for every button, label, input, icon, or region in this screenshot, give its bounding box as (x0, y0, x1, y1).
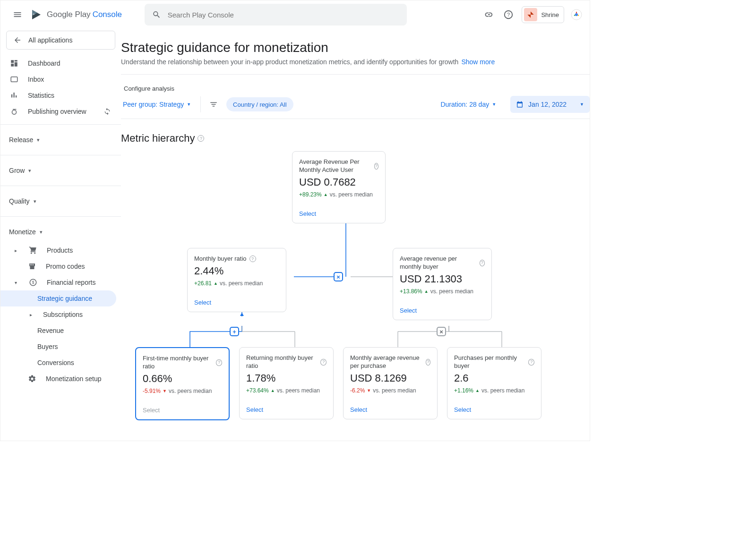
help-tooltip-icon[interactable]: ? (374, 163, 378, 170)
metric-value: 0.66% (143, 373, 222, 385)
top-right-controls: ? Shrine (482, 6, 582, 23)
page-title: Strategic guidance for monetization (121, 34, 590, 58)
page-subtitle: Understand the relationship between your… (121, 58, 458, 66)
help-tooltip-icon[interactable]: ? (249, 255, 256, 262)
filter-icon[interactable] (208, 99, 219, 110)
metric-hierarchy-canvas: Average Revenue Per Monthly Active User … (121, 146, 590, 416)
arrow-left-icon (13, 36, 22, 44)
svg-point-3 (575, 13, 578, 16)
shrine-app-icon (524, 8, 537, 21)
trend-down-icon: ▼ (367, 388, 371, 393)
trend-up-icon: ▲ (214, 281, 218, 286)
metric-value: USD 21.1303 (400, 273, 485, 285)
app-name: Shrine (541, 11, 559, 18)
back-all-applications[interactable]: All applications (6, 31, 115, 50)
sync-icon[interactable] (102, 106, 112, 117)
sidebar-item-products[interactable]: ▸ Products (0, 242, 121, 258)
calendar-icon (516, 101, 524, 108)
svg-text:?: ? (507, 12, 510, 17)
sidebar-item-promo[interactable]: Promo codes (0, 258, 121, 274)
select-button[interactable]: Select (350, 406, 430, 413)
metric-hierarchy-title: Metric hierarchy ? (121, 119, 590, 146)
metric-value: 1.78% (246, 372, 326, 384)
help-icon[interactable]: ? (502, 8, 515, 21)
metric-card-arpmb: Average revenue per monthly buyer ? USD … (393, 248, 492, 320)
sidebar-group-grow[interactable]: Grow▾ (0, 160, 121, 181)
metric-value: USD 8.1269 (350, 372, 430, 384)
sidebar-item-statistics[interactable]: Statistics (0, 87, 121, 103)
sidebar-item-publishing[interactable]: Publishing overview (0, 103, 121, 119)
configure-analysis-row: Peer group: Strategy ▼ Country / region:… (121, 96, 590, 119)
duration-dropdown[interactable]: Duration: 28 day ▼ (440, 101, 496, 108)
metric-card-marpp: Monthly average revenue per purchase ? U… (343, 347, 438, 419)
caret-down-icon: ▼ (187, 102, 191, 107)
show-more-link[interactable]: Show more (461, 58, 495, 66)
menu-icon[interactable] (8, 5, 27, 24)
operator-multiply: × (334, 272, 343, 281)
chevron-down-icon: ▾ (28, 168, 35, 174)
account-avatar-icon[interactable] (571, 9, 582, 20)
brand-text-1: Google Play (47, 10, 91, 19)
metric-card-ppmb: Purchases per monthly buyer ? 2.6 +1.16%… (447, 347, 541, 419)
gear-icon (27, 374, 37, 384)
sidebar-group-quality[interactable]: Quality▾ (0, 191, 121, 212)
trend-up-icon: ▲ (475, 388, 480, 393)
sidebar-item-dashboard[interactable]: Dashboard (0, 55, 121, 71)
sidebar-item-inbox[interactable]: Inbox (0, 71, 121, 87)
help-tooltip-icon[interactable]: ? (528, 359, 534, 366)
sidebar-group-monetize[interactable]: Monetize▾ (0, 221, 121, 242)
operator-multiply: × (437, 327, 446, 336)
sidebar-item-monetization-setup[interactable]: Monetization setup (0, 371, 121, 387)
select-button[interactable]: Select (299, 210, 378, 217)
link-icon[interactable] (482, 8, 495, 21)
sidebar-item-subscriptions[interactable]: ▸ Subscriptions (0, 306, 121, 323)
cart-icon (28, 245, 38, 255)
search-input[interactable] (168, 11, 399, 19)
sidebar-item-strategic-guidance[interactable]: Strategic guidance (0, 290, 116, 306)
metric-card-mbr: Monthly buyer ratio ? 2.44% +26.81▲vs. p… (187, 248, 286, 312)
help-tooltip-icon[interactable]: ? (480, 260, 485, 266)
sidebar-group-release[interactable]: Release▾ (0, 129, 121, 150)
brand-logo[interactable]: Google Play Console (31, 9, 122, 20)
sidebar-item-buyers[interactable]: Buyers (0, 339, 121, 355)
caret-right-icon: ▸ (30, 312, 34, 317)
top-bar: Google Play Console ? Shrine (0, 0, 590, 29)
peer-group-dropdown[interactable]: Peer group: Strategy ▼ (121, 98, 193, 111)
sidebar: All applications Dashboard Inbox Statist… (0, 29, 121, 441)
publishing-icon (9, 106, 19, 117)
sidebar-item-conversions[interactable]: Conversions (0, 355, 121, 371)
help-tooltip-icon[interactable]: ? (426, 359, 430, 366)
main-content: Strategic guidance for monetization Unde… (121, 29, 590, 441)
date-picker[interactable]: Jan 12, 2022 ▼ (510, 96, 590, 113)
play-console-icon (31, 9, 42, 20)
trend-up-icon: ▲ (324, 192, 328, 197)
caret-down-icon: ▼ (492, 102, 496, 107)
svg-rect-4 (11, 77, 17, 82)
help-tooltip-icon[interactable]: ? (198, 135, 204, 142)
storefront-icon (27, 261, 37, 272)
app-selector[interactable]: Shrine (522, 6, 564, 23)
chevron-down-icon: ▾ (40, 229, 46, 235)
help-tooltip-icon[interactable]: ? (320, 359, 326, 366)
select-button[interactable]: Select (194, 299, 279, 306)
select-button[interactable]: Select (400, 307, 485, 314)
svg-point-5 (12, 110, 17, 114)
chevron-down-icon: ▾ (34, 198, 40, 204)
search-icon (152, 10, 161, 19)
inbox-icon (9, 74, 19, 85)
search-box[interactable] (145, 4, 407, 26)
configure-analysis-label: Configure analysis (121, 75, 590, 96)
select-button[interactable]: Select (454, 406, 534, 413)
operator-plus: + (230, 327, 239, 336)
currency-icon: $ (28, 277, 38, 288)
help-tooltip-icon[interactable]: ? (216, 359, 222, 366)
metric-value: 2.44% (194, 265, 279, 277)
metric-value: USD 0.7682 (299, 176, 378, 188)
caret-down-icon: ▼ (580, 102, 584, 107)
country-region-chip[interactable]: Country / region: All (226, 97, 293, 111)
brand-text-2: Console (93, 10, 122, 19)
trend-up-icon: ▲ (271, 388, 275, 393)
sidebar-item-revenue[interactable]: Revenue (0, 323, 121, 339)
select-button[interactable]: Select (246, 406, 326, 413)
sidebar-item-financial-reports[interactable]: ▾ $ Financial reports (0, 274, 121, 290)
